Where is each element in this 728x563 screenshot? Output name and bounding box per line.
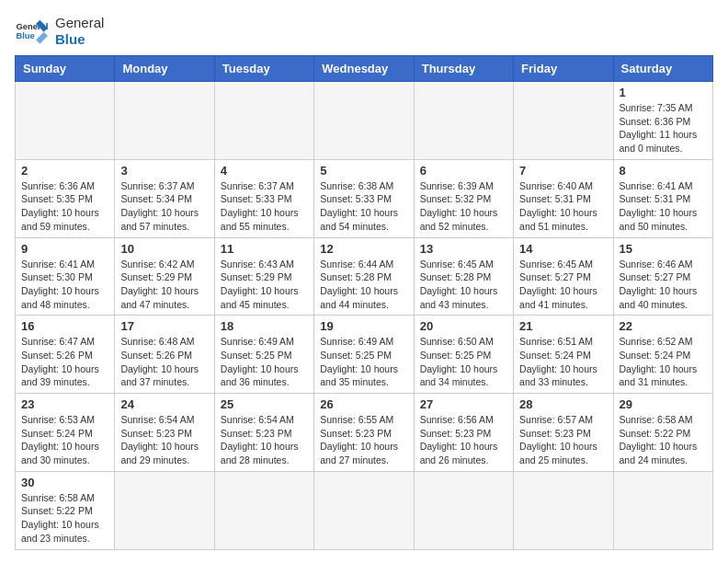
day-info: Sunrise: 6:58 AM Sunset: 5:22 PM Dayligh… (21, 491, 108, 546)
weekday-header-row: SundayMondayTuesdayWednesdayThursdayFrid… (16, 56, 713, 82)
day-number: 27 (420, 397, 507, 411)
calendar-cell: 30Sunrise: 6:58 AM Sunset: 5:22 PM Dayli… (16, 471, 115, 549)
day-number: 23 (21, 397, 108, 411)
day-number: 2 (21, 164, 108, 178)
calendar-cell: 22Sunrise: 6:52 AM Sunset: 5:24 PM Dayli… (613, 316, 712, 394)
calendar-cell: 13Sunrise: 6:45 AM Sunset: 5:28 PM Dayli… (414, 237, 513, 316)
calendar-cell: 26Sunrise: 6:55 AM Sunset: 5:23 PM Dayli… (314, 394, 414, 472)
day-info: Sunrise: 6:38 AM Sunset: 5:33 PM Dayligh… (320, 179, 407, 234)
calendar-cell (16, 82, 115, 160)
day-info: Sunrise: 6:51 AM Sunset: 5:24 PM Dayligh… (519, 335, 607, 389)
logo-general: General (55, 15, 104, 31)
weekday-saturday: Saturday (613, 56, 712, 82)
day-number: 4 (221, 164, 308, 178)
calendar-week-5: 23Sunrise: 6:53 AM Sunset: 5:24 PM Dayli… (16, 394, 713, 472)
day-info: Sunrise: 6:41 AM Sunset: 5:30 PM Dayligh… (21, 258, 108, 312)
calendar-cell: 18Sunrise: 6:49 AM Sunset: 5:25 PM Dayli… (214, 316, 313, 394)
calendar-cell: 3Sunrise: 6:37 AM Sunset: 5:34 PM Daylig… (115, 159, 214, 237)
weekday-monday: Monday (115, 56, 214, 82)
day-info: Sunrise: 6:39 AM Sunset: 5:32 PM Dayligh… (420, 179, 507, 234)
day-info: Sunrise: 6:45 AM Sunset: 5:27 PM Dayligh… (519, 258, 607, 312)
day-info: Sunrise: 6:55 AM Sunset: 5:23 PM Dayligh… (320, 413, 407, 467)
weekday-sunday: Sunday (16, 56, 115, 82)
calendar-cell: 28Sunrise: 6:57 AM Sunset: 5:23 PM Dayli… (514, 394, 613, 472)
calendar-cell: 19Sunrise: 6:49 AM Sunset: 5:25 PM Dayli… (314, 316, 414, 394)
day-number: 8 (620, 164, 707, 178)
calendar-cell: 25Sunrise: 6:54 AM Sunset: 5:23 PM Dayli… (214, 394, 313, 472)
calendar-cell (514, 82, 613, 160)
calendar-cell: 1Sunrise: 7:35 AM Sunset: 6:36 PM Daylig… (613, 82, 712, 160)
day-number: 21 (519, 319, 607, 333)
calendar-cell (414, 82, 513, 160)
calendar-week-2: 2Sunrise: 6:36 AM Sunset: 5:35 PM Daylig… (16, 159, 713, 237)
svg-marker-3 (36, 32, 48, 44)
day-info: Sunrise: 6:53 AM Sunset: 5:24 PM Dayligh… (21, 413, 108, 467)
day-number: 6 (420, 164, 507, 178)
day-info: Sunrise: 6:42 AM Sunset: 5:29 PM Dayligh… (120, 258, 208, 312)
day-number: 9 (21, 242, 108, 256)
day-number: 22 (620, 319, 707, 333)
day-info: Sunrise: 6:52 AM Sunset: 5:24 PM Dayligh… (620, 335, 707, 389)
calendar-cell: 27Sunrise: 6:56 AM Sunset: 5:23 PM Dayli… (414, 394, 513, 472)
logo-icon: General Blue (15, 15, 48, 48)
day-number: 10 (120, 242, 208, 256)
weekday-wednesday: Wednesday (314, 56, 414, 82)
day-number: 15 (620, 242, 707, 256)
weekday-friday: Friday (514, 56, 613, 82)
calendar-cell: 8Sunrise: 6:41 AM Sunset: 5:31 PM Daylig… (613, 159, 712, 237)
calendar-cell: 12Sunrise: 6:44 AM Sunset: 5:28 PM Dayli… (314, 237, 414, 316)
calendar-cell: 29Sunrise: 6:58 AM Sunset: 5:22 PM Dayli… (613, 394, 712, 472)
calendar-cell: 17Sunrise: 6:48 AM Sunset: 5:26 PM Dayli… (115, 316, 214, 394)
calendar-week-3: 9Sunrise: 6:41 AM Sunset: 5:30 PM Daylig… (16, 237, 713, 316)
day-info: Sunrise: 6:41 AM Sunset: 5:31 PM Dayligh… (620, 179, 707, 234)
weekday-thursday: Thursday (414, 56, 513, 82)
day-number: 7 (519, 164, 607, 178)
day-info: Sunrise: 6:58 AM Sunset: 5:22 PM Dayligh… (620, 413, 707, 467)
calendar-cell (115, 471, 214, 549)
calendar-cell: 21Sunrise: 6:51 AM Sunset: 5:24 PM Dayli… (514, 316, 613, 394)
day-info: Sunrise: 6:48 AM Sunset: 5:26 PM Dayligh… (120, 335, 208, 389)
calendar-cell (214, 471, 313, 549)
day-info: Sunrise: 6:49 AM Sunset: 5:25 PM Dayligh… (221, 335, 308, 389)
day-info: Sunrise: 6:37 AM Sunset: 5:33 PM Dayligh… (221, 179, 308, 234)
day-number: 24 (120, 397, 208, 411)
page-header: General Blue General Blue (15, 15, 713, 48)
calendar-cell: 14Sunrise: 6:45 AM Sunset: 5:27 PM Dayli… (514, 237, 613, 316)
calendar-cell: 6Sunrise: 6:39 AM Sunset: 5:32 PM Daylig… (414, 159, 513, 237)
day-number: 3 (120, 164, 208, 178)
day-number: 17 (120, 319, 208, 333)
calendar-cell: 23Sunrise: 6:53 AM Sunset: 5:24 PM Dayli… (16, 394, 115, 472)
day-number: 5 (320, 164, 407, 178)
calendar-cell: 24Sunrise: 6:54 AM Sunset: 5:23 PM Dayli… (115, 394, 214, 472)
calendar-cell: 11Sunrise: 6:43 AM Sunset: 5:29 PM Dayli… (214, 237, 313, 316)
day-info: Sunrise: 6:47 AM Sunset: 5:26 PM Dayligh… (21, 335, 108, 389)
calendar-cell: 2Sunrise: 6:36 AM Sunset: 5:35 PM Daylig… (16, 159, 115, 237)
day-number: 18 (221, 319, 308, 333)
day-info: Sunrise: 6:49 AM Sunset: 5:25 PM Dayligh… (320, 335, 407, 389)
day-info: Sunrise: 6:57 AM Sunset: 5:23 PM Dayligh… (519, 413, 607, 467)
logo: General Blue General Blue (15, 15, 104, 48)
calendar-cell: 10Sunrise: 6:42 AM Sunset: 5:29 PM Dayli… (115, 237, 214, 316)
calendar-cell (314, 471, 414, 549)
day-info: Sunrise: 6:56 AM Sunset: 5:23 PM Dayligh… (420, 413, 507, 467)
logo-blue: Blue (55, 31, 104, 48)
day-number: 1 (620, 86, 707, 99)
svg-text:Blue: Blue (16, 31, 34, 40)
day-info: Sunrise: 7:35 AM Sunset: 6:36 PM Dayligh… (620, 101, 707, 155)
calendar-cell (414, 471, 513, 549)
calendar-cell (115, 82, 214, 160)
day-number: 26 (320, 397, 407, 411)
day-number: 14 (519, 242, 607, 256)
day-info: Sunrise: 6:45 AM Sunset: 5:28 PM Dayligh… (420, 258, 507, 312)
calendar-week-6: 30Sunrise: 6:58 AM Sunset: 5:22 PM Dayli… (16, 471, 713, 549)
calendar-cell (514, 471, 613, 549)
calendar-cell (613, 471, 712, 549)
day-number: 11 (221, 242, 308, 256)
day-info: Sunrise: 6:54 AM Sunset: 5:23 PM Dayligh… (120, 413, 208, 467)
day-info: Sunrise: 6:50 AM Sunset: 5:25 PM Dayligh… (420, 335, 507, 389)
calendar-week-4: 16Sunrise: 6:47 AM Sunset: 5:26 PM Dayli… (16, 316, 713, 394)
calendar-cell (214, 82, 313, 160)
calendar-cell: 9Sunrise: 6:41 AM Sunset: 5:30 PM Daylig… (16, 237, 115, 316)
day-info: Sunrise: 6:40 AM Sunset: 5:31 PM Dayligh… (519, 179, 607, 234)
day-number: 20 (420, 319, 507, 333)
